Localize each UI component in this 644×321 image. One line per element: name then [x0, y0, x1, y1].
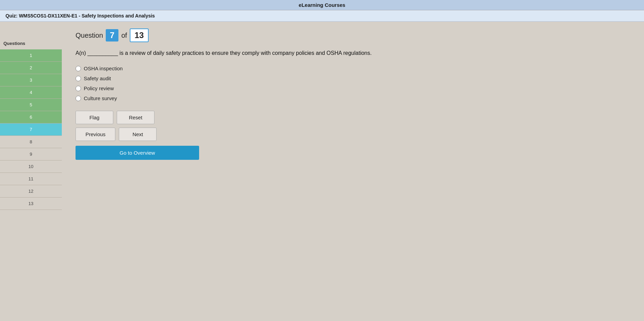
option-label-2: Safety audit [84, 75, 111, 81]
sidebar-item-8[interactable]: 8 [0, 136, 62, 148]
radio-2[interactable] [76, 76, 81, 81]
sidebar-item-11[interactable]: 11 [0, 173, 62, 185]
sidebar-item-7[interactable]: 7 [0, 123, 62, 136]
options-list: OSHA inspectionSafety auditPolicy review… [76, 66, 630, 101]
sidebar-item-4[interactable]: 4 [0, 86, 62, 99]
option-label-1: OSHA inspection [84, 66, 123, 71]
of-text: of [121, 32, 127, 39]
question-counter: Question 7 of 13 [76, 28, 630, 42]
sidebar-item-3[interactable]: 3 [0, 74, 62, 86]
option-4[interactable]: Culture survey [76, 95, 630, 101]
flag-button[interactable]: Flag [76, 111, 113, 124]
radio-3[interactable] [76, 86, 81, 91]
sidebar-item-6[interactable]: 6 [0, 111, 62, 123]
option-label-3: Policy review [84, 85, 114, 91]
current-question-number: 7 [106, 29, 118, 41]
go-to-overview-button[interactable]: Go to Overview [76, 146, 199, 160]
option-label-4: Culture survey [84, 95, 117, 101]
option-3[interactable]: Policy review [76, 85, 630, 91]
option-2[interactable]: Safety audit [76, 75, 630, 81]
sidebar-item-10[interactable]: 10 [0, 160, 62, 173]
radio-4[interactable] [76, 96, 81, 101]
main-layout: Questions 12345678910111213 Question 7 o… [0, 22, 644, 320]
previous-button[interactable]: Previous [76, 128, 115, 141]
reset-button[interactable]: Reset [117, 111, 154, 124]
questions-sidebar: Questions 12345678910111213 [0, 22, 62, 320]
option-1[interactable]: OSHA inspection [76, 66, 630, 71]
page-header: eLearning Courses [0, 0, 644, 10]
header-title: eLearning Courses [299, 2, 345, 8]
sidebar-item-1[interactable]: 1 [0, 49, 62, 62]
sidebar-item-2[interactable]: 2 [0, 62, 62, 74]
prev-next-row: Previous Next [76, 128, 630, 141]
quiz-title: Quiz: WMS5COS1-DX11XEN-E1 - Safety Inspe… [5, 13, 155, 19]
radio-1[interactable] [76, 66, 81, 71]
quiz-title-bar: Quiz: WMS5COS1-DX11XEN-E1 - Safety Inspe… [0, 10, 644, 22]
sidebar-item-12[interactable]: 12 [0, 185, 62, 198]
sidebar-item-13[interactable]: 13 [0, 198, 62, 210]
sidebar-item-5[interactable]: 5 [0, 99, 62, 111]
quiz-content: Question 7 of 13 A(n) __________ is a re… [62, 22, 644, 320]
sidebar-item-9[interactable]: 9 [0, 148, 62, 160]
question-text: A(n) __________ is a review of daily saf… [76, 49, 384, 57]
total-question-number: 13 [130, 28, 149, 42]
sidebar-header: Questions [0, 39, 62, 49]
next-button[interactable]: Next [119, 128, 157, 141]
flag-reset-row: Flag Reset [76, 111, 630, 124]
question-counter-label: Question [76, 32, 103, 39]
